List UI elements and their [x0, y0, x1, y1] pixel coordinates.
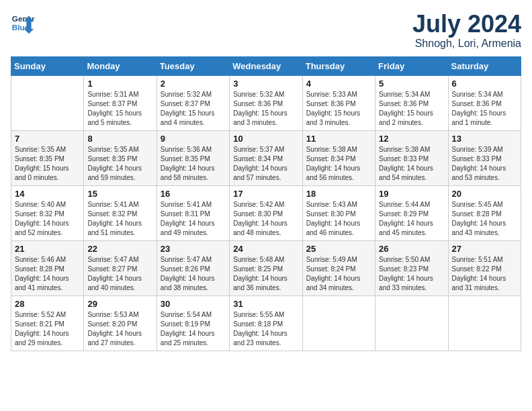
weekday-header-tuesday: Tuesday [157, 56, 229, 75]
cell-info: Sunrise: 5:37 AMSunset: 8:34 PMDaylight:… [233, 145, 298, 183]
day-number: 23 [161, 244, 226, 254]
day-number: 6 [452, 79, 517, 89]
cell-info: Sunrise: 5:45 AMSunset: 8:28 PMDaylight:… [452, 200, 517, 238]
calendar-cell: 18Sunrise: 5:43 AMSunset: 8:30 PMDayligh… [302, 185, 375, 240]
cell-info: Sunrise: 5:46 AMSunset: 8:28 PMDaylight:… [15, 255, 80, 293]
day-number: 2 [161, 79, 226, 89]
calendar-table: SundayMondayTuesdayWednesdayThursdayFrid… [11, 56, 521, 351]
day-number: 7 [15, 134, 80, 144]
calendar-cell: 27Sunrise: 5:51 AMSunset: 8:22 PMDayligh… [448, 240, 521, 295]
cell-info: Sunrise: 5:54 AMSunset: 8:19 PMDaylight:… [161, 310, 226, 348]
calendar-cell: 22Sunrise: 5:47 AMSunset: 8:27 PMDayligh… [84, 240, 157, 295]
calendar-cell: 23Sunrise: 5:47 AMSunset: 8:26 PMDayligh… [157, 240, 229, 295]
weekday-header-friday: Friday [375, 56, 448, 75]
weekday-row: SundayMondayTuesdayWednesdayThursdayFrid… [11, 56, 521, 75]
calendar-cell: 10Sunrise: 5:37 AMSunset: 8:34 PMDayligh… [230, 130, 302, 185]
calendar-cell: 13Sunrise: 5:39 AMSunset: 8:33 PMDayligh… [448, 130, 521, 185]
calendar-cell: 29Sunrise: 5:53 AMSunset: 8:20 PMDayligh… [84, 295, 157, 351]
cell-info: Sunrise: 5:31 AMSunset: 8:37 PMDaylight:… [87, 90, 152, 128]
day-number: 22 [87, 244, 152, 254]
day-number: 14 [15, 189, 80, 199]
day-number: 11 [306, 134, 371, 144]
cell-info: Sunrise: 5:48 AMSunset: 8:25 PMDaylight:… [233, 255, 298, 293]
logo-icon: General Blue [11, 11, 35, 35]
svg-text:General: General [12, 14, 35, 23]
cell-info: Sunrise: 5:35 AMSunset: 8:35 PMDaylight:… [87, 145, 152, 183]
calendar-week-2: 7Sunrise: 5:35 AMSunset: 8:35 PMDaylight… [11, 130, 521, 185]
day-number: 18 [306, 189, 371, 199]
cell-info: Sunrise: 5:51 AMSunset: 8:22 PMDaylight:… [452, 255, 517, 293]
calendar-cell: 8Sunrise: 5:35 AMSunset: 8:35 PMDaylight… [84, 130, 157, 185]
day-number: 25 [306, 244, 371, 254]
cell-info: Sunrise: 5:38 AMSunset: 8:33 PMDaylight:… [379, 145, 444, 183]
cell-info: Sunrise: 5:44 AMSunset: 8:29 PMDaylight:… [379, 200, 444, 238]
calendar-cell: 21Sunrise: 5:46 AMSunset: 8:28 PMDayligh… [11, 240, 84, 295]
cell-info: Sunrise: 5:49 AMSunset: 8:24 PMDaylight:… [306, 255, 371, 293]
cell-info: Sunrise: 5:32 AMSunset: 8:37 PMDaylight:… [161, 90, 226, 128]
weekday-header-saturday: Saturday [448, 56, 521, 75]
cell-info: Sunrise: 5:36 AMSunset: 8:35 PMDaylight:… [161, 145, 226, 183]
title-area: July 2024 Shnogh, Lori, Armenia [412, 11, 521, 50]
location: Shnogh, Lori, Armenia [412, 38, 521, 50]
calendar-week-1: 1Sunrise: 5:31 AMSunset: 8:37 PMDaylight… [11, 75, 521, 130]
calendar-week-3: 14Sunrise: 5:40 AMSunset: 8:32 PMDayligh… [11, 185, 521, 240]
calendar-cell: 26Sunrise: 5:50 AMSunset: 8:23 PMDayligh… [375, 240, 448, 295]
calendar-body: 1Sunrise: 5:31 AMSunset: 8:37 PMDaylight… [11, 75, 521, 351]
cell-info: Sunrise: 5:47 AMSunset: 8:27 PMDaylight:… [87, 255, 152, 293]
calendar-cell: 5Sunrise: 5:34 AMSunset: 8:36 PMDaylight… [375, 75, 448, 130]
weekday-header-monday: Monday [84, 56, 157, 75]
calendar-cell: 1Sunrise: 5:31 AMSunset: 8:37 PMDaylight… [84, 75, 157, 130]
day-number: 16 [161, 189, 226, 199]
day-number: 29 [87, 299, 152, 309]
calendar-cell: 20Sunrise: 5:45 AMSunset: 8:28 PMDayligh… [448, 185, 521, 240]
cell-info: Sunrise: 5:38 AMSunset: 8:34 PMDaylight:… [306, 145, 371, 183]
day-number: 27 [452, 244, 517, 254]
calendar-cell: 28Sunrise: 5:52 AMSunset: 8:21 PMDayligh… [11, 295, 84, 351]
cell-info: Sunrise: 5:55 AMSunset: 8:18 PMDaylight:… [233, 310, 298, 348]
month-title: July 2024 [412, 11, 521, 38]
calendar-cell: 12Sunrise: 5:38 AMSunset: 8:33 PMDayligh… [375, 130, 448, 185]
cell-info: Sunrise: 5:34 AMSunset: 8:36 PMDaylight:… [452, 90, 517, 128]
calendar-cell: 19Sunrise: 5:44 AMSunset: 8:29 PMDayligh… [375, 185, 448, 240]
cell-info: Sunrise: 5:53 AMSunset: 8:20 PMDaylight:… [87, 310, 152, 348]
cell-info: Sunrise: 5:42 AMSunset: 8:30 PMDaylight:… [233, 200, 298, 238]
calendar-header: SundayMondayTuesdayWednesdayThursdayFrid… [11, 56, 521, 75]
calendar-cell: 9Sunrise: 5:36 AMSunset: 8:35 PMDaylight… [157, 130, 229, 185]
calendar-cell: 31Sunrise: 5:55 AMSunset: 8:18 PMDayligh… [230, 295, 302, 351]
day-number: 10 [233, 134, 298, 144]
cell-info: Sunrise: 5:35 AMSunset: 8:35 PMDaylight:… [15, 145, 80, 183]
calendar-cell [11, 75, 84, 130]
cell-info: Sunrise: 5:34 AMSunset: 8:36 PMDaylight:… [379, 90, 444, 128]
cell-info: Sunrise: 5:33 AMSunset: 8:36 PMDaylight:… [306, 90, 371, 128]
calendar-cell: 14Sunrise: 5:40 AMSunset: 8:32 PMDayligh… [11, 185, 84, 240]
calendar-cell [448, 295, 521, 351]
cell-info: Sunrise: 5:52 AMSunset: 8:21 PMDaylight:… [15, 310, 80, 348]
cell-info: Sunrise: 5:41 AMSunset: 8:31 PMDaylight:… [161, 200, 226, 238]
page-header: General Blue July 2024 Shnogh, Lori, Arm… [11, 11, 521, 50]
day-number: 26 [379, 244, 444, 254]
day-number: 31 [233, 299, 298, 309]
day-number: 5 [379, 79, 444, 89]
calendar-cell: 7Sunrise: 5:35 AMSunset: 8:35 PMDaylight… [11, 130, 84, 185]
day-number: 1 [87, 79, 152, 89]
day-number: 9 [161, 134, 226, 144]
cell-info: Sunrise: 5:50 AMSunset: 8:23 PMDaylight:… [379, 255, 444, 293]
calendar-cell: 25Sunrise: 5:49 AMSunset: 8:24 PMDayligh… [302, 240, 375, 295]
day-number: 30 [161, 299, 226, 309]
calendar-week-5: 28Sunrise: 5:52 AMSunset: 8:21 PMDayligh… [11, 295, 521, 351]
calendar-cell [375, 295, 448, 351]
calendar-week-4: 21Sunrise: 5:46 AMSunset: 8:28 PMDayligh… [11, 240, 521, 295]
day-number: 8 [87, 134, 152, 144]
weekday-header-wednesday: Wednesday [230, 56, 302, 75]
calendar-cell: 15Sunrise: 5:41 AMSunset: 8:32 PMDayligh… [84, 185, 157, 240]
calendar-cell: 6Sunrise: 5:34 AMSunset: 8:36 PMDaylight… [448, 75, 521, 130]
calendar-cell: 24Sunrise: 5:48 AMSunset: 8:25 PMDayligh… [230, 240, 302, 295]
day-number: 3 [233, 79, 298, 89]
day-number: 15 [87, 189, 152, 199]
calendar-cell: 11Sunrise: 5:38 AMSunset: 8:34 PMDayligh… [302, 130, 375, 185]
cell-info: Sunrise: 5:40 AMSunset: 8:32 PMDaylight:… [15, 200, 80, 238]
cell-info: Sunrise: 5:43 AMSunset: 8:30 PMDaylight:… [306, 200, 371, 238]
day-number: 12 [379, 134, 444, 144]
cell-info: Sunrise: 5:47 AMSunset: 8:26 PMDaylight:… [161, 255, 226, 293]
day-number: 20 [452, 189, 517, 199]
